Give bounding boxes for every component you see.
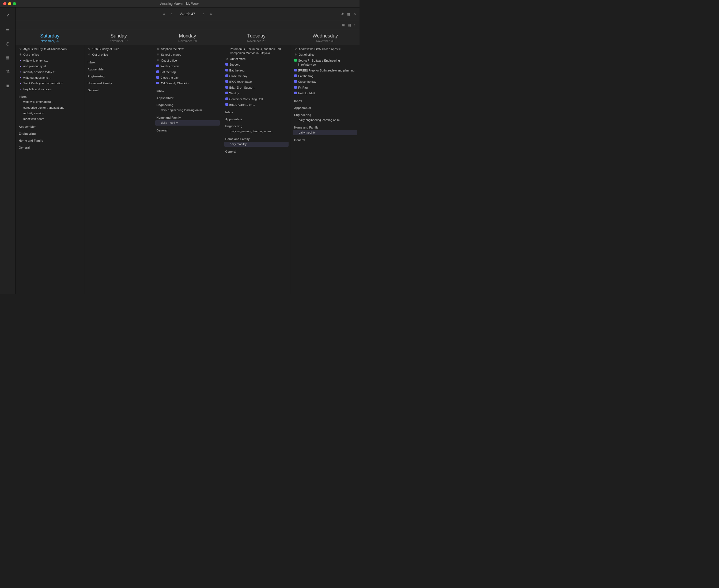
section-task-item[interactable]: mobility session (18, 111, 82, 116)
task-text: Out of office (161, 59, 177, 63)
task-item[interactable]: ●and plan today at (18, 64, 82, 69)
task-text: Eat the frog (160, 70, 175, 74)
section-header-general: General (86, 87, 151, 92)
task-item[interactable]: Eat the frog (224, 68, 289, 73)
close-button[interactable] (3, 2, 6, 5)
section-task-item[interactable]: daily mobility (155, 120, 219, 125)
section-header-engineering: Engineering (293, 112, 357, 117)
task-item[interactable]: Eat the frog (155, 70, 219, 75)
task-item[interactable]: ⚙Out of office (224, 57, 289, 62)
task-item[interactable]: ⚙Out of office (86, 52, 151, 57)
task-item[interactable]: Weekly review (155, 64, 219, 69)
task-text: Out of office (230, 57, 246, 61)
task-text: Out of office (23, 53, 39, 57)
filter-button[interactable]: ⊞ (342, 23, 345, 27)
section-header-home-and-family: Home and Family (224, 136, 289, 141)
section-task-item[interactable]: meet with Adam (18, 117, 82, 122)
task-text: Close the day (229, 74, 247, 78)
task-item[interactable]: ⚙Stephen the New (155, 47, 219, 52)
task-item[interactable]: ⚙School pictures (155, 52, 219, 57)
task-item[interactable]: ⚙Out of office (155, 58, 219, 63)
view-button[interactable]: ▦ (347, 12, 351, 16)
task-item[interactable]: Source7 - Software Engineering intro/int… (293, 58, 357, 67)
section-task-item[interactable]: write wiki entry about … (18, 99, 82, 104)
prev-prev-button[interactable]: « (162, 11, 167, 17)
grid-button[interactable]: ▤ (348, 23, 351, 27)
sidebar: ✓ ☰ ◷ ▦ ⚗ ▣ (0, 7, 16, 294)
task-text: Fr. Paul (298, 86, 309, 90)
task-item[interactable]: Hold for Matt (293, 91, 357, 96)
task-item[interactable]: Support (224, 62, 289, 67)
section-task-text: meet with Adam (23, 117, 44, 121)
day-name-saturday: Saturday (18, 33, 81, 39)
task-item[interactable]: Brian, Aaron 1-on-1 (224, 102, 289, 107)
section-task-item[interactable]: daily engineering learning on m… (224, 129, 289, 134)
section-task-item[interactable]: daily engineering learning on m… (293, 118, 357, 123)
task-text: Stephen the New (161, 47, 183, 51)
task-item[interactable]: Close the day (293, 79, 357, 84)
next-next-button[interactable]: » (208, 11, 214, 17)
task-item[interactable]: ●Saint Pauls youth organization (18, 81, 82, 86)
task-item[interactable]: AVL Weekly Check-in (155, 81, 219, 86)
section-task-text: daily engineering learning on m… (230, 129, 274, 133)
section-task-text: daily mobility (161, 121, 178, 125)
task-item[interactable]: ⚙Andrew the First- Called Apostle (293, 47, 357, 52)
task-item[interactable]: Close the day (224, 74, 289, 79)
task-item[interactable]: Paramonus, Philumenus, and their 370 Com… (224, 47, 289, 56)
day-header-wednesday: WednesdayNovember, 30 (291, 30, 360, 45)
task-item[interactable]: Container Consulting Call (224, 97, 289, 102)
section-header-general: General (224, 148, 289, 154)
task-text: Brian, Aaron 1-on-1 (229, 103, 255, 107)
section-task-item[interactable]: daily engineering learning on m… (155, 108, 219, 113)
task-item[interactable]: ⚙Out of office (293, 52, 357, 57)
task-text: 13th Sunday of Luke (92, 47, 119, 51)
task-item[interactable]: ⚙Out of office (18, 52, 82, 57)
task-item[interactable]: ⚙13th Sunday of Luke (86, 47, 151, 52)
eye-button[interactable]: 👁 (340, 12, 344, 16)
task-item[interactable]: ●Pay bills and invoices (18, 87, 82, 92)
section-header-appsembler: Appsembler (293, 105, 357, 110)
task-item[interactable]: Weekly … (224, 91, 289, 96)
close-view-button[interactable]: ✕ (353, 12, 356, 16)
task-item[interactable]: Close the day (155, 75, 219, 80)
section-task-item[interactable]: daily mobility (293, 130, 357, 135)
task-text: Container Consulting Call (229, 97, 263, 101)
section-header-inbox: Inbox (86, 59, 151, 65)
section-header-appsembler: Appsembler (155, 95, 219, 100)
sort-button[interactable]: ↕ (354, 23, 356, 27)
task-item[interactable]: ●mobility session today at (18, 70, 82, 75)
day-content-monday: ⚙Stephen the New⚙School pictures⚙Out of … (153, 45, 221, 134)
minimize-button[interactable] (8, 2, 11, 5)
task-item[interactable]: Fr. Paul (293, 85, 357, 90)
prev-button[interactable]: ‹ (169, 11, 173, 17)
task-item[interactable]: Eat the frog (293, 74, 357, 79)
section-task-item[interactable]: categorize buxfer transacations (18, 105, 82, 110)
sidebar-item-chart[interactable]: ▦ (3, 53, 12, 62)
sidebar-item-lab[interactable]: ⚗ (3, 67, 12, 76)
day-col-wednesday: WednesdayNovember, 30⚙Andrew the First- … (291, 30, 360, 294)
task-item[interactable]: ⚙Alypius the Stylite of Adrianapolis (18, 47, 82, 52)
section-task-item[interactable]: daily mobility (224, 142, 289, 147)
window-controls[interactable] (3, 2, 16, 5)
task-item[interactable]: IRCC touch base (224, 79, 289, 84)
task-text: Weekly review (160, 64, 179, 68)
next-button[interactable]: › (202, 11, 206, 17)
sidebar-item-clock[interactable]: ◷ (3, 39, 12, 48)
section-task-text: mobility session (23, 111, 44, 115)
maximize-button[interactable] (13, 2, 16, 5)
task-item[interactable]: ●write wiki entry a… (18, 58, 82, 63)
task-item[interactable]: ●write out questions … (18, 75, 82, 80)
day-header-saturday: SaturdayNovember, 26 (16, 30, 84, 45)
task-item[interactable]: [FREE] Prep for Sprint review and planni… (293, 68, 357, 73)
day-header-sunday: SundayNovember, 27 (84, 30, 153, 45)
sidebar-item-calendar[interactable]: ▣ (3, 81, 12, 89)
task-text: write out questions … (23, 76, 52, 80)
week-label: Week 47 (175, 12, 200, 16)
subtoolbar: ⊞ ▤ ↕ (16, 20, 360, 30)
task-item[interactable]: Brian D on Support (224, 85, 289, 90)
task-text: Saint Pauls youth organization (23, 81, 63, 85)
section-header-appsembler: Appsembler (18, 123, 82, 129)
sidebar-item-check[interactable]: ✓ (3, 11, 12, 20)
sidebar-item-list[interactable]: ☰ (3, 25, 12, 34)
day-col-tuesday: TuesdayNovember, 29Paramonus, Philumenus… (222, 30, 291, 294)
